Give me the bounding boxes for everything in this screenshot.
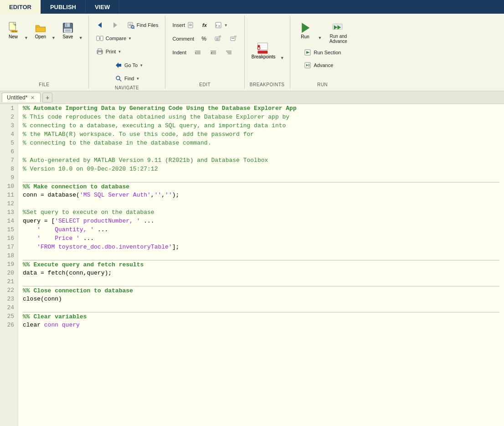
line-number: 26 xyxy=(4,321,14,329)
code-line[interactable] xyxy=(23,303,499,312)
goto-button[interactable]: Go To ▼ xyxy=(111,59,146,71)
svg-rect-19 xyxy=(100,36,103,41)
func-dropdown-arrow: ▼ xyxy=(224,23,228,27)
svg-rect-8 xyxy=(66,23,67,26)
save-button[interactable]: Save xyxy=(58,19,77,42)
code-line[interactable]: conn = database('MS SQL Server Auth','',… xyxy=(23,191,499,199)
code-line[interactable]: % connecting to a database, executing a … xyxy=(23,121,499,130)
edit-group-label: EDIT xyxy=(199,81,211,87)
func-icon-button[interactable]: f x ▼ xyxy=(211,19,231,31)
code-line[interactable]: 'FROM toystore_doc.dbo.inventoryTable']; xyxy=(23,243,499,251)
new-button-container: NEW + New ▼ xyxy=(4,19,30,42)
comment-button[interactable]: Comment xyxy=(169,34,197,43)
run-button[interactable]: Run xyxy=(294,19,317,42)
code-line[interactable] xyxy=(23,251,499,260)
run-group-label: RUN xyxy=(317,81,328,87)
code-line[interactable]: ' Quantity, ' ... xyxy=(23,225,499,234)
insert-icon xyxy=(187,21,195,29)
find-files-button[interactable]: Find Files xyxy=(123,19,162,31)
run-advance-button[interactable]: Run andAdvance xyxy=(325,19,351,46)
code-line[interactable] xyxy=(23,173,499,182)
save-label: Save xyxy=(62,34,73,39)
code-line[interactable]: % the MATLAB(R) workspace. To use this c… xyxy=(23,130,499,139)
breakpoints-group-label: BREAKPOINTS xyxy=(250,81,285,87)
code-line[interactable]: %% Execute query and fetch results xyxy=(23,260,499,269)
compare-label: Compare xyxy=(106,36,126,41)
indent-button[interactable]: Indent xyxy=(169,48,190,57)
file-tab-close[interactable]: ✕ xyxy=(29,94,36,101)
comment-btn1[interactable]: % xyxy=(211,33,225,45)
tab-publish[interactable]: PUBLISH xyxy=(41,0,86,14)
code-editor[interactable]: %% Automate Importing Data by Generating… xyxy=(18,104,504,426)
code-line[interactable]: close(conn) xyxy=(23,295,499,303)
svg-point-26 xyxy=(116,76,120,80)
breakpoints-dropdown[interactable]: ▼ xyxy=(279,39,286,62)
svg-marker-60 xyxy=(302,23,309,33)
run-section-button[interactable]: Run Section xyxy=(301,47,345,58)
line-number: 22 xyxy=(4,286,14,295)
advance-button[interactable]: Advance xyxy=(301,59,345,71)
open-label: Open xyxy=(35,34,46,39)
code-line[interactable] xyxy=(23,147,499,156)
indent-btn3[interactable] xyxy=(221,47,236,58)
svg-text:x: x xyxy=(218,24,220,28)
open-dropdown[interactable]: ▼ xyxy=(50,19,57,42)
code-line[interactable]: %% Close connection to database xyxy=(23,286,499,295)
open-button[interactable]: Open xyxy=(31,19,50,42)
svg-rect-28 xyxy=(188,22,193,28)
run-dropdown[interactable]: ▼ xyxy=(317,19,324,42)
comment-pct-button[interactable]: % xyxy=(198,34,210,44)
edit-row1: Insert fx xyxy=(169,19,240,31)
fx-label: fx xyxy=(202,22,207,28)
svg-text:+: + xyxy=(14,23,16,27)
code-line[interactable]: clear conn query xyxy=(23,321,499,329)
code-line[interactable] xyxy=(23,199,499,208)
toolbar: NEW + New ▼ Open xyxy=(0,14,504,91)
code-line[interactable]: %% Automate Importing Data by Generating… xyxy=(23,104,499,113)
new-dropdown[interactable]: ▼ xyxy=(23,19,30,42)
tab-view[interactable]: VIEW xyxy=(86,0,119,14)
breakpoints-button[interactable]: Breakpoints xyxy=(248,39,279,62)
new-button[interactable]: NEW + New xyxy=(4,19,23,42)
line-number: 6 xyxy=(4,147,14,156)
print-button[interactable]: Print ▼ xyxy=(93,46,125,57)
code-line[interactable]: % connecting to the database in the data… xyxy=(23,139,499,147)
code-line[interactable]: %% Make connection to database xyxy=(23,182,499,191)
compare-button[interactable]: Compare ▼ xyxy=(93,32,135,44)
forward-button[interactable] xyxy=(108,19,123,31)
code-line[interactable]: data = fetch(conn,query); xyxy=(23,269,499,277)
code-line[interactable]: ' Price ' ... xyxy=(23,234,499,243)
indent-btn1[interactable] xyxy=(190,47,205,58)
code-line[interactable]: query = ['SELECT productNumber, ' ... xyxy=(23,217,499,225)
svg-rect-23 xyxy=(98,52,102,54)
fx-button[interactable]: fx xyxy=(199,21,210,30)
comment-btn2[interactable]: % xyxy=(226,33,241,45)
indent-label: Indent xyxy=(172,50,186,55)
svg-line-27 xyxy=(119,79,121,81)
code-line[interactable]: %% Clear variables xyxy=(23,312,499,321)
find-files-label: Find Files xyxy=(137,22,159,28)
compare-dropdown-arrow: ▼ xyxy=(128,36,132,41)
save-dropdown[interactable]: ▼ xyxy=(77,19,85,42)
code-line[interactable]: %Set query to execute on the database xyxy=(23,208,499,217)
line-number: 5 xyxy=(4,139,14,147)
code-line[interactable] xyxy=(23,277,499,286)
code-line[interactable]: % Auto-generated by MATLAB Version 9.11 … xyxy=(23,156,499,165)
tab-editor[interactable]: EDITOR xyxy=(0,0,41,14)
back-button[interactable] xyxy=(93,19,107,31)
goto-dropdown-arrow: ▼ xyxy=(139,63,143,68)
new-tab-button[interactable]: + xyxy=(42,93,52,103)
run-section-icon xyxy=(304,48,312,57)
insert-button[interactable]: Insert xyxy=(169,19,198,31)
svg-marker-25 xyxy=(116,62,121,68)
svg-rect-7 xyxy=(65,23,70,27)
file-tab-untitled[interactable]: Untitled* ✕ xyxy=(2,93,41,102)
editor-area: 1234567891011121314151617181920212223242… xyxy=(0,104,504,426)
navigate-group: Find Files Compare ▼ xyxy=(89,16,166,89)
indent-btn2[interactable] xyxy=(206,47,221,58)
code-line[interactable]: % This code reproduces the data obtained… xyxy=(23,113,499,121)
code-line[interactable]: % Version 10.0 on 09-Dec-2020 15:27:12 xyxy=(23,165,499,173)
goto-icon xyxy=(114,61,123,69)
find-button[interactable]: Find ▼ xyxy=(111,73,143,84)
indent-out-icon xyxy=(209,48,217,57)
